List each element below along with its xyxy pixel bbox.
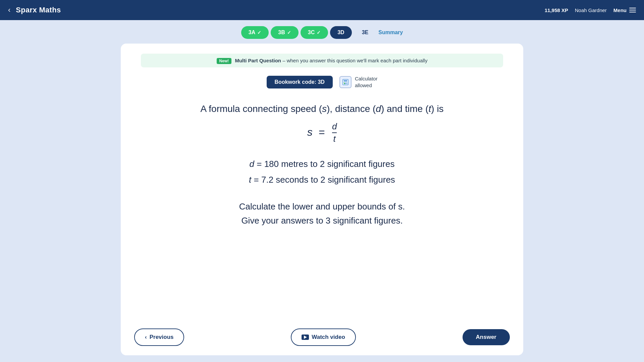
question-line1: A formula connecting speed (s), distance…	[141, 102, 503, 116]
tab-3A-check: ✓	[257, 30, 261, 35]
svg-rect-1	[343, 80, 347, 81]
watch-video-label: Watch video	[312, 334, 345, 341]
svg-rect-4	[346, 82, 347, 83]
answer-button[interactable]: Answer	[463, 329, 510, 345]
banner-text: Multi Part Question – when you answer th…	[235, 58, 427, 63]
svg-rect-6	[346, 83, 347, 84]
value-d: d = 180 metres to 2 significant figures	[141, 156, 503, 172]
fraction-numerator: d	[332, 121, 337, 133]
play-icon	[302, 335, 309, 340]
question-card: New! Multi Part Question – when you answ…	[121, 44, 523, 355]
tab-3B-check: ✓	[287, 30, 291, 35]
tab-3D[interactable]: 3D	[330, 26, 352, 39]
bookwork-code: Bookwork code: 3D	[267, 76, 333, 88]
calculator-label: Calculatorallowed	[355, 75, 378, 88]
hamburger-icon	[629, 8, 636, 12]
previous-button[interactable]: ‹ Previous	[134, 328, 184, 346]
menu-button[interactable]: Menu	[613, 7, 636, 13]
values-block: d = 180 metres to 2 significant figures …	[141, 156, 503, 188]
previous-label: Previous	[150, 334, 174, 341]
svg-rect-5	[345, 83, 346, 84]
bottom-bar: ‹ Previous Watch video Answer	[121, 328, 523, 346]
instruction-line2: Give your answers to 3 significant figur…	[141, 214, 503, 228]
tab-3C-check: ✓	[317, 30, 321, 35]
value-t: t = 7.2 seconds to 2 significant figures	[141, 172, 503, 188]
watch-video-button[interactable]: Watch video	[291, 328, 356, 346]
tab-3E-label: 3E	[362, 29, 369, 36]
banner-strong: Multi Part Question	[235, 58, 281, 63]
play-triangle-icon	[304, 336, 307, 339]
tab-summary-label: Summary	[378, 29, 403, 35]
previous-chevron: ‹	[145, 334, 147, 341]
tab-3C[interactable]: 3C ✓	[301, 26, 328, 39]
meta-row: Bookwork code: 3D	[141, 75, 503, 88]
tab-3C-label: 3C	[308, 29, 315, 36]
calculator-icon	[339, 76, 352, 88]
tab-3A-label: 3A	[249, 29, 255, 36]
question-body: A formula connecting speed (s), distance…	[141, 102, 503, 228]
instruction-line1: Calculate the lower and upper bounds of …	[141, 200, 503, 214]
tab-3B[interactable]: 3B ✓	[271, 26, 298, 39]
tab-summary[interactable]: Summary	[378, 29, 403, 36]
tabs-nav: 3A ✓ 3B ✓ 3C ✓ 3D 3E Summary	[0, 20, 644, 44]
header-right: 11,958 XP Noah Gardner Menu	[545, 7, 636, 13]
tab-3D-label: 3D	[337, 29, 344, 36]
menu-label: Menu	[613, 7, 627, 13]
fraction-denominator: t	[333, 133, 336, 144]
tab-3A[interactable]: 3A ✓	[241, 26, 269, 39]
app-title: Sparx Maths	[16, 6, 544, 14]
xp-display: 11,958 XP	[545, 7, 568, 13]
content-wrapper: New! Multi Part Question – when you answ…	[0, 44, 644, 362]
tab-3B-label: 3B	[278, 29, 285, 36]
svg-rect-0	[343, 79, 348, 85]
calculator-svg	[342, 78, 349, 86]
answer-label: Answer	[476, 334, 496, 340]
multi-part-banner: New! Multi Part Question – when you answ…	[141, 54, 503, 67]
user-name: Noah Gardner	[575, 7, 607, 13]
banner-description: – when you answer this question we'll ma…	[281, 58, 427, 63]
formula-display: s = d t	[141, 121, 503, 144]
svg-rect-3	[345, 82, 346, 83]
formula-fraction: d t	[332, 121, 337, 144]
calculator-info: Calculatorallowed	[339, 75, 378, 88]
header: ‹ Sparx Maths 11,958 XP Noah Gardner Men…	[0, 0, 644, 20]
tab-3E[interactable]: 3E	[354, 25, 377, 40]
question-instructions: Calculate the lower and upper bounds of …	[141, 200, 503, 228]
back-button[interactable]: ‹	[8, 6, 10, 14]
new-badge: New!	[217, 58, 232, 64]
